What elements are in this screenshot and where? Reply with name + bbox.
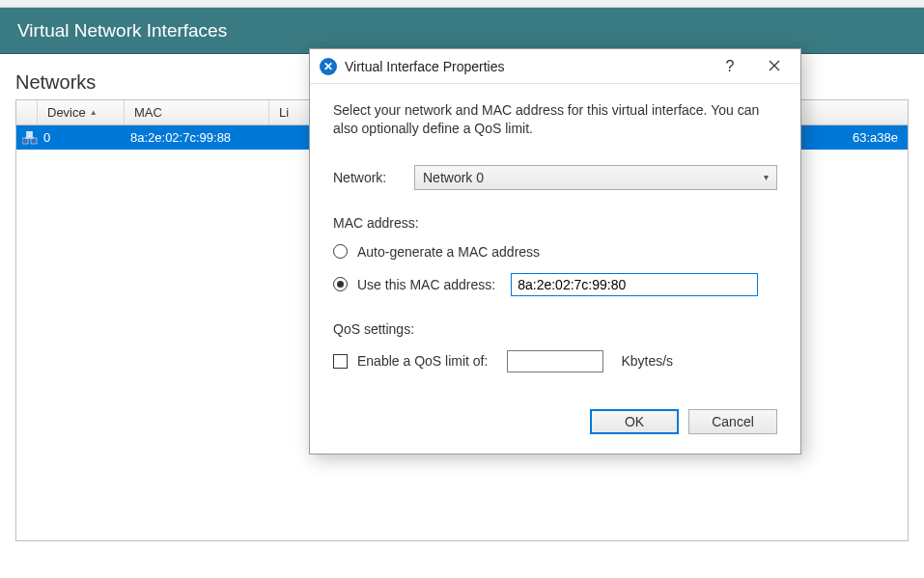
- sort-asc-icon: ▲: [90, 108, 98, 117]
- virtual-interface-dialog: ✕ Virtual Interface Properties ? Select …: [309, 48, 801, 454]
- col-link-label: Li: [279, 105, 289, 120]
- network-select[interactable]: Network 0 ▾: [414, 165, 777, 190]
- mac-group-label: MAC address:: [333, 215, 777, 231]
- col-mac[interactable]: MAC: [125, 100, 269, 124]
- chevron-down-icon: ▾: [764, 172, 769, 182]
- col-device-label: Device: [47, 105, 86, 120]
- col-icon[interactable]: [16, 100, 38, 124]
- network-select-value: Network 0: [423, 170, 484, 185]
- qos-checkbox[interactable]: [333, 354, 348, 369]
- close-icon: [769, 58, 780, 75]
- radio-use-mac[interactable]: Use this MAC address:: [333, 273, 777, 296]
- ok-label: OK: [625, 414, 644, 429]
- close-button[interactable]: [752, 52, 797, 81]
- mac-address-input[interactable]: [511, 273, 758, 296]
- radio-auto-label: Auto-generate a MAC address: [357, 244, 540, 260]
- dialog-icon: ✕: [320, 58, 337, 75]
- dialog-body: Select your network and MAC address for …: [310, 84, 800, 382]
- dialog-footer: OK Cancel: [310, 382, 800, 454]
- network-adapter-icon: [22, 131, 38, 145]
- page-header: Virtual Network Interfaces: [0, 8, 924, 54]
- dialog-titlebar[interactable]: ✕ Virtual Interface Properties ?: [310, 49, 800, 84]
- page-title: Virtual Network Interfaces: [17, 20, 227, 41]
- svg-rect-0: [22, 138, 28, 144]
- help-button[interactable]: ?: [708, 52, 752, 81]
- cell-mac: 8a:2e:02:7c:99:88: [125, 130, 269, 145]
- radio-use-label: Use this MAC address:: [357, 277, 495, 292]
- network-label: Network:: [333, 170, 414, 185]
- tabs-strip: [0, 0, 924, 8]
- col-mac-label: MAC: [134, 105, 162, 120]
- ok-button[interactable]: OK: [590, 409, 679, 434]
- svg-rect-1: [31, 138, 37, 144]
- radio-icon: [333, 277, 348, 291]
- qos-limit-input[interactable]: [507, 350, 603, 372]
- col-device[interactable]: Device ▲: [38, 100, 125, 124]
- qos-group-label: QoS settings:: [333, 321, 777, 337]
- dialog-intro: Select your network and MAC address for …: [333, 101, 777, 138]
- help-icon: ?: [726, 58, 735, 75]
- dialog-title: Virtual Interface Properties: [345, 59, 708, 74]
- svg-rect-2: [27, 131, 33, 137]
- cancel-label: Cancel: [712, 414, 754, 429]
- cancel-button[interactable]: Cancel: [688, 409, 777, 434]
- qos-unit-label: Kbytes/s: [621, 353, 673, 369]
- qos-checkbox-label: Enable a QoS limit of:: [357, 353, 488, 369]
- cell-device: 0: [43, 130, 50, 145]
- radio-icon: [333, 244, 348, 259]
- radio-auto-generate[interactable]: Auto-generate a MAC address: [333, 244, 777, 260]
